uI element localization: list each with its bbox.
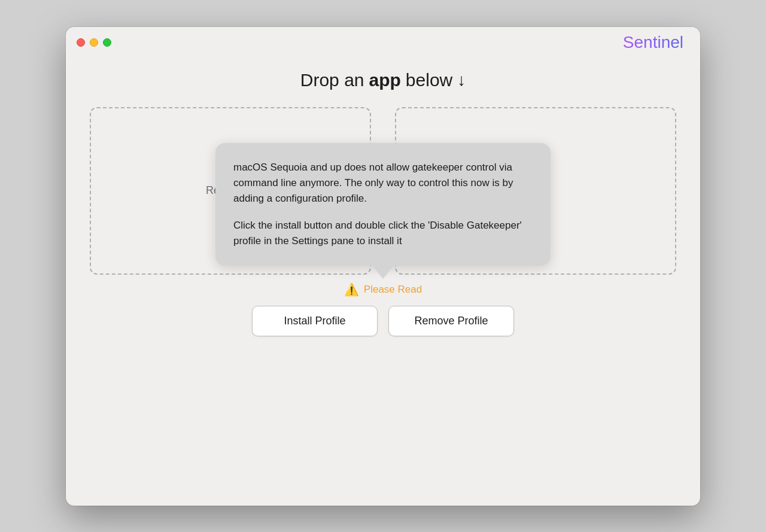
maximize-button[interactable] <box>103 38 111 47</box>
please-read-label: Please Read <box>364 284 422 296</box>
app-title: Sentinel <box>623 33 683 52</box>
tooltip-tail <box>372 266 394 279</box>
tooltip-paragraph-1: macOS Sequoia and up does not allow gate… <box>233 160 533 207</box>
drop-text-prefix: Drop an <box>300 70 364 90</box>
install-profile-button[interactable]: Install Profile <box>252 306 378 336</box>
drop-text-suffix: below <box>406 70 452 90</box>
traffic-lights <box>77 38 111 47</box>
minimize-button[interactable] <box>90 38 98 47</box>
drop-heading: Drop an app below ↓ <box>300 70 466 90</box>
titlebar: Sentinel <box>66 27 700 58</box>
buttons-row: Install Profile Remove Profile <box>252 306 514 336</box>
please-read: ⚠️ Please Read <box>344 282 422 297</box>
tooltip-paragraph-2: Click the install button and double clic… <box>233 218 533 250</box>
drop-arrow-icon: ↓ <box>457 71 466 90</box>
tooltip-bubble: macOS Sequoia and up does not allow gate… <box>215 143 551 266</box>
main-window: Sentinel Drop an app below ↓ Remove a ap… <box>66 27 700 506</box>
main-content: Drop an app below ↓ Remove a app macOS S… <box>66 58 700 506</box>
drop-zones-row: Remove a app macOS Sequoia and up does n… <box>90 107 676 275</box>
remove-profile-button[interactable]: Remove Profile <box>388 306 514 336</box>
tooltip-container: macOS Sequoia and up does not allow gate… <box>215 143 551 297</box>
drop-text-bold: app <box>369 70 401 90</box>
close-button[interactable] <box>77 38 85 47</box>
warning-icon: ⚠️ <box>344 282 359 297</box>
